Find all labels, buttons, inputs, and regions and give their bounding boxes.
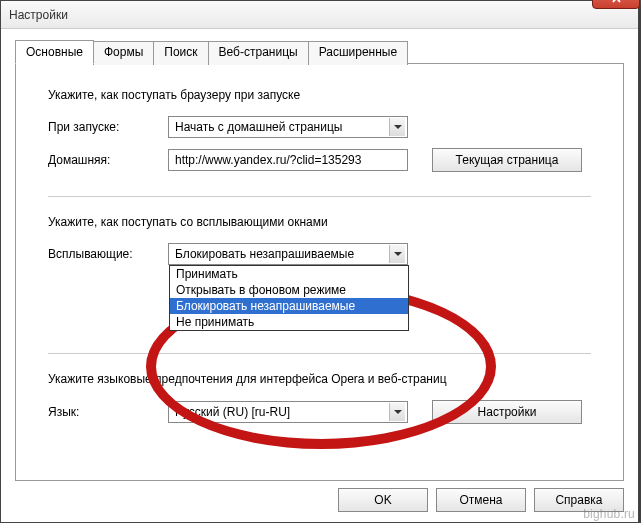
cancel-button[interactable]: Отмена — [436, 488, 526, 512]
tab-forms[interactable]: Формы — [93, 41, 154, 65]
lang-label: Язык: — [48, 405, 168, 419]
row-homepage: Домашняя: http://www.yandex.ru/?clid=135… — [48, 148, 591, 172]
popups-label: Всплывающие: — [48, 247, 168, 261]
tab-label: Основные — [26, 45, 83, 59]
chevron-down-icon — [389, 118, 405, 136]
close-icon: ✕ — [611, 0, 622, 6]
option-label: Блокировать незапрашиваемые — [176, 299, 355, 313]
chevron-down-icon — [389, 245, 405, 263]
tab-search[interactable]: Поиск — [153, 41, 208, 65]
on-start-select[interactable]: Начать с домашней страницы — [168, 116, 408, 138]
homepage-value: http://www.yandex.ru/?clid=135293 — [175, 153, 361, 167]
button-label: OK — [374, 493, 391, 507]
settings-window: Настройки ✕ Основные Формы Поиск Веб-стр… — [0, 0, 639, 523]
tab-panel-main: Укажите, как поступать браузеру при запу… — [15, 63, 624, 481]
tab-label: Расширенные — [319, 45, 398, 59]
option-label: Принимать — [176, 267, 238, 281]
option-label: Открывать в фоновом режиме — [176, 283, 346, 297]
section-popups-title: Укажите, как поступать со всплывающими о… — [48, 215, 591, 229]
popups-option[interactable]: Открывать в фоновом режиме — [170, 282, 408, 298]
window-title: Настройки — [9, 8, 68, 22]
row-on-start: При запуске: Начать с домашней страницы — [48, 116, 591, 138]
divider — [48, 196, 591, 197]
button-label: Справка — [555, 493, 602, 507]
tab-main[interactable]: Основные — [15, 40, 94, 64]
dialog-buttons: OK Отмена Справка — [338, 488, 624, 512]
button-label: Настройки — [478, 405, 537, 419]
tab-webpages[interactable]: Веб-страницы — [208, 41, 309, 65]
watermark: bighub.ru — [583, 507, 635, 521]
tab-label: Поиск — [164, 45, 197, 59]
row-popups: Всплывающие: Блокировать незапрашиваемые… — [48, 243, 591, 265]
option-label: Не принимать — [176, 315, 254, 329]
tabs-bar: Основные Формы Поиск Веб-страницы Расшир… — [15, 39, 624, 63]
button-label: Отмена — [459, 493, 502, 507]
section-lang-title: Укажите языковые предпочтения для интерф… — [48, 372, 591, 386]
chevron-down-icon — [389, 403, 405, 421]
popups-select[interactable]: Блокировать незапрашиваемые Принимать От… — [168, 243, 408, 265]
divider — [48, 353, 591, 354]
homepage-input[interactable]: http://www.yandex.ru/?clid=135293 — [168, 149, 408, 171]
homepage-label: Домашняя: — [48, 153, 168, 167]
section-startup-title: Укажите, как поступать браузеру при запу… — [48, 88, 591, 102]
popups-option[interactable]: Принимать — [170, 266, 408, 282]
tab-advanced[interactable]: Расширенные — [308, 41, 409, 65]
tab-label: Формы — [104, 45, 143, 59]
lang-settings-button[interactable]: Настройки — [432, 400, 582, 424]
content-area: Основные Формы Поиск Веб-страницы Расшир… — [1, 29, 638, 522]
popups-dropdown-list: Принимать Открывать в фоновом режиме Бло… — [169, 265, 409, 331]
popups-option[interactable]: Блокировать незапрашиваемые — [170, 298, 408, 314]
lang-value: Русский (RU) [ru-RU] — [175, 405, 290, 419]
on-start-value: Начать с домашней страницы — [175, 120, 342, 134]
ok-button[interactable]: OK — [338, 488, 428, 512]
lang-select[interactable]: Русский (RU) [ru-RU] — [168, 401, 408, 423]
titlebar: Настройки ✕ — [1, 1, 638, 29]
popups-value: Блокировать незапрашиваемые — [175, 247, 354, 261]
popups-option[interactable]: Не принимать — [170, 314, 408, 330]
close-button[interactable]: ✕ — [592, 0, 640, 9]
row-language: Язык: Русский (RU) [ru-RU] Настройки — [48, 400, 591, 424]
button-label: Текущая страница — [456, 153, 559, 167]
current-page-button[interactable]: Текущая страница — [432, 148, 582, 172]
tab-label: Веб-страницы — [219, 45, 298, 59]
on-start-label: При запуске: — [48, 120, 168, 134]
